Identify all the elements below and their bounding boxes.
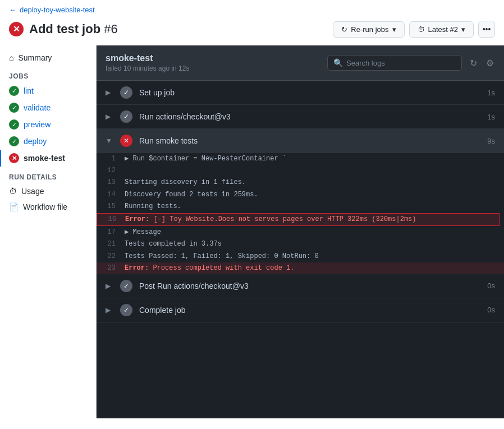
back-arrow: ← [9,6,16,14]
title-number: #6 [104,22,117,36]
smoke-tests-logs: 1 ▶ Run $container = New-PesterContainer… [97,153,504,274]
complete-job-time: 0s [487,306,495,314]
usage-label: Usage [21,187,44,196]
page-status-icon: ✕ [9,22,24,36]
setup-job-status-icon: ✓ [120,86,132,99]
job-subtitle: failed 10 minutes ago in 12s [106,64,189,72]
sidebar-item-deploy[interactable]: ✓ deploy [0,133,96,150]
checkout-status-icon: ✓ [120,110,132,123]
rerun-chevron-icon: ▾ [392,25,396,34]
job-title-block: smoke-test failed 10 minutes ago in 12s [106,53,189,72]
log-line-22: 22 Tests Passed: 1, Failed: 1, Skipped: … [97,251,504,262]
job-content: smoke-test failed 10 minutes ago in 12s … [97,45,504,418]
search-logs-input[interactable] [346,59,456,67]
deploy-label: deploy [24,137,47,146]
home-icon: ⌂ [9,53,13,62]
log-line-14: 14 Discovery found 2 tests in 259ms. [97,189,504,201]
sidebar-item-summary[interactable]: ⌂ Summary [0,50,96,66]
page-title: ✕ Add test job #6 [9,22,118,36]
step-checkout[interactable]: ▶ ✓ Run actions/checkout@v3 1s [97,105,504,129]
preview-status-icon: ✓ [9,119,19,130]
smoke-test-status-icon: ✕ [9,153,19,163]
setup-job-name: Set up job [139,88,487,97]
log-line-13: 13 Starting discovery in 1 files. [97,177,504,188]
main-layout: ⌂ Summary Jobs ✓ lint ✓ validate ✓ previ… [0,45,504,418]
step-complete-job[interactable]: ▶ ✓ Complete job 0s [97,298,504,322]
post-checkout-status-icon: ✓ [120,280,132,292]
more-options-button[interactable]: ••• [478,21,495,38]
latest-chevron-icon: ▾ [461,25,465,34]
deploy-status-icon: ✓ [9,136,19,146]
log-line-21: 21 Tests completed in 3.37s [97,238,504,250]
log-line-16: 16 Error: [-] Toy Website.Does not serve… [97,213,500,226]
breadcrumb: ← deploy-toy-website-test [0,0,504,17]
lint-status-icon: ✓ [9,86,19,96]
title-text: Add test job [29,22,100,36]
checkout-name: Run actions/checkout@v3 [139,112,487,121]
complete-job-status-icon: ✓ [120,304,132,316]
sidebar-item-usage[interactable]: ⏱ Usage [0,183,96,199]
log-line-23: 23 Error: Process completed with exit co… [97,262,504,274]
breadcrumb-link[interactable]: deploy-toy-website-test [20,6,95,14]
job-header-right: 🔍 ↻ ⚙ [327,55,495,71]
chevron-right-icon-3: ▶ [106,282,114,290]
refresh-button[interactable]: ↻ [469,57,478,70]
sidebar-item-workflow-file[interactable]: 📄 Workflow file [0,199,96,215]
rerun-icon: ↻ [341,25,347,34]
chevron-right-icon-2: ▶ [106,113,114,121]
jobs-section-label: Jobs [0,66,96,82]
post-checkout-name: Post Run actions/checkout@v3 [139,282,487,290]
checkout-time: 1s [487,113,495,121]
smoke-test-label: smoke-test [24,154,65,163]
job-title: smoke-test [106,53,189,63]
setup-job-time: 1s [487,89,495,97]
log-line-17: 17 ▶ Message [97,227,504,238]
complete-job-name: Complete job [139,306,487,315]
ellipsis-icon: ••• [483,25,491,34]
chevron-down-icon: ▼ [106,137,114,145]
sidebar-item-preview[interactable]: ✓ preview [0,116,96,133]
search-box[interactable]: 🔍 [327,55,462,71]
validate-status-icon: ✓ [9,103,19,113]
workflow-file-label: Workflow file [23,202,67,211]
sidebar: ⌂ Summary Jobs ✓ lint ✓ validate ✓ previ… [0,45,97,418]
lint-label: lint [24,86,34,95]
validate-label: validate [24,103,51,112]
log-line-15: 15 Running tests. [97,201,504,213]
error-keyword-16: Error: [125,215,149,223]
step-smoke-tests[interactable]: ▼ ✕ Run smoke tests 9s [97,129,504,153]
sidebar-item-smoke-test[interactable]: ✕ smoke-test [0,150,96,167]
usage-icon: ⏱ [9,187,17,196]
log-line-12: 12 [97,165,504,177]
smoke-tests-status-icon: ✕ [120,135,132,147]
chevron-right-icon-4: ▶ [106,306,114,314]
sidebar-item-validate[interactable]: ✓ validate [0,99,96,116]
settings-button[interactable]: ⚙ [485,57,495,70]
clock-icon: ⏱ [418,25,425,34]
workflow-file-icon: 📄 [9,202,19,211]
smoke-tests-name: Run smoke tests [139,136,487,145]
preview-label: preview [24,120,51,129]
chevron-right-icon: ▶ [106,89,114,96]
step-post-checkout[interactable]: ▶ ✓ Post Run actions/checkout@v3 0s [97,274,504,298]
step-setup-job[interactable]: ▶ ✓ Set up job 1s [97,81,504,105]
run-details-section-label: Run details [0,167,96,183]
header-actions: ↻ Re-run jobs ▾ ⏱ Latest #2 ▾ ••• [333,21,495,38]
search-icon: 🔍 [333,58,343,67]
latest-button[interactable]: ⏱ Latest #2 ▾ [409,21,474,38]
sidebar-item-lint[interactable]: ✓ lint [0,82,96,99]
post-checkout-time: 0s [487,282,495,290]
page-header: ✕ Add test job #6 ↻ Re-run jobs ▾ ⏱ Late… [0,17,504,45]
rerun-jobs-button[interactable]: ↻ Re-run jobs ▾ [333,21,404,38]
log-line-1: 1 ▶ Run $container = New-PesterContainer… [97,153,504,165]
job-header: smoke-test failed 10 minutes ago in 12s … [97,45,504,81]
smoke-tests-time: 9s [487,137,495,145]
error-keyword-23: Error: [125,264,149,272]
